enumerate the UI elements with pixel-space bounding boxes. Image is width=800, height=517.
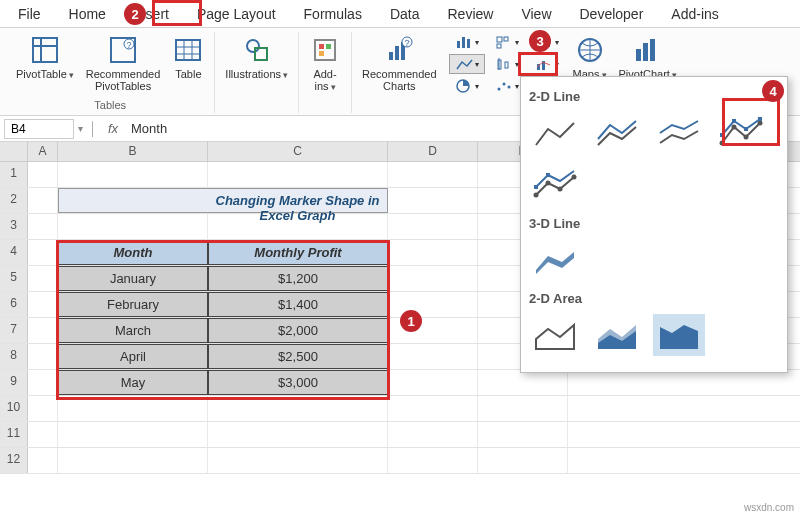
area-chart-option[interactable] — [529, 314, 581, 356]
pie-chart-button[interactable]: ▾ — [449, 76, 485, 96]
svg-point-33 — [502, 83, 505, 86]
group-addins: Add- ins — [299, 32, 352, 113]
th-month[interactable]: Month — [58, 240, 208, 265]
svg-rect-17 — [389, 52, 393, 60]
rowhdr-10[interactable]: 10 — [0, 396, 28, 421]
svg-rect-28 — [497, 44, 501, 48]
svg-rect-37 — [547, 41, 550, 47]
svg-text:?: ? — [405, 38, 410, 48]
svg-rect-31 — [505, 62, 508, 68]
tab-developer[interactable]: Developer — [566, 1, 658, 27]
table-icon — [172, 34, 204, 66]
colhdr-C[interactable]: C — [208, 142, 388, 161]
3d-line-chart-option[interactable] — [529, 239, 581, 281]
illustrations-button[interactable]: Illustrations — [221, 32, 292, 99]
column-chart-button[interactable]: ▾ — [449, 32, 485, 52]
svg-point-34 — [507, 86, 510, 89]
rowhdr-2[interactable]: 2 — [0, 188, 28, 213]
rowhdr-1[interactable]: 1 — [0, 162, 28, 187]
table-row[interactable]: January — [58, 266, 208, 291]
stacked-area-chart-option[interactable] — [591, 314, 643, 356]
waterfall-chart-button[interactable]: ▾ — [529, 32, 565, 52]
rowhdr-5[interactable]: 5 — [0, 266, 28, 291]
rowhdr-9[interactable]: 9 — [0, 370, 28, 395]
svg-rect-24 — [467, 39, 470, 48]
shapes-icon — [241, 34, 273, 66]
recommended-pivottables-button[interactable]: ? Recommended PivotTables — [82, 32, 165, 99]
rowhdr-6[interactable]: 6 — [0, 292, 28, 317]
100-stacked-area-chart-option[interactable] — [653, 314, 705, 356]
insert-line-chart-dropdown: 2-D Line 3-D Line 2-D Area — [520, 76, 788, 373]
tab-view[interactable]: View — [507, 1, 565, 27]
svg-rect-27 — [504, 37, 508, 41]
group-tables: PivotTable ? Recommended PivotTables Tab… — [6, 32, 215, 113]
line-with-markers-option[interactable] — [715, 112, 767, 154]
title-cell-2[interactable]: Changing Marker Shape in Excel Graph — [208, 188, 388, 213]
recommended-charts-icon: ? — [383, 34, 415, 66]
table-row[interactable]: $1,200 — [208, 266, 388, 291]
rowhdr-4[interactable]: 4 — [0, 240, 28, 265]
stacked-line-chart-option[interactable] — [591, 112, 643, 154]
table-row[interactable]: $2,500 — [208, 344, 388, 369]
tab-review[interactable]: Review — [434, 1, 508, 27]
svg-rect-23 — [462, 37, 465, 48]
100-stacked-line-chart-option[interactable] — [653, 112, 705, 154]
line-chart-option[interactable] — [529, 112, 581, 154]
svg-rect-15 — [326, 44, 331, 49]
name-box[interactable] — [4, 119, 74, 139]
table-row[interactable]: March — [58, 318, 208, 343]
tab-formulas[interactable]: Formulas — [290, 1, 376, 27]
rowhdr-11[interactable]: 11 — [0, 422, 28, 447]
addins-button[interactable]: Add- ins — [305, 32, 345, 99]
colhdr-D[interactable]: D — [388, 142, 478, 161]
scatter-icon — [495, 79, 515, 93]
tab-page-layout[interactable]: Page Layout — [183, 1, 290, 27]
svg-rect-50 — [744, 127, 748, 131]
tab-insert[interactable]: Insert — [120, 1, 183, 27]
select-all-corner[interactable] — [0, 142, 28, 161]
table-button[interactable]: Table — [168, 32, 208, 99]
table-row[interactable]: February — [58, 292, 208, 317]
tab-home[interactable]: Home — [55, 1, 120, 27]
svg-text:?: ? — [127, 40, 132, 50]
title-cell[interactable] — [58, 188, 208, 213]
recommended-pivottables-icon: ? — [107, 34, 139, 66]
svg-point-46 — [744, 135, 749, 140]
statistic-chart-button[interactable]: ▾ — [489, 54, 525, 74]
tab-data[interactable]: Data — [376, 1, 434, 27]
addins-icon — [309, 34, 341, 66]
rowhdr-12[interactable]: 12 — [0, 448, 28, 473]
rowhdr-3[interactable]: 3 — [0, 214, 28, 239]
pie-chart-icon — [455, 79, 475, 93]
rowhdr-8[interactable]: 8 — [0, 344, 28, 369]
hierarchy-chart-button[interactable]: ▾ — [489, 32, 525, 52]
pivottable-button[interactable]: PivotTable — [12, 32, 78, 99]
table-row[interactable]: May — [58, 370, 208, 395]
tab-addins[interactable]: Add-ins — [657, 1, 732, 27]
th-profit[interactable]: Monthly Profit — [208, 240, 388, 265]
svg-rect-35 — [537, 39, 540, 47]
fx-icon[interactable]: fx — [103, 121, 123, 136]
pivottable-icon — [29, 34, 61, 66]
rowhdr-7[interactable]: 7 — [0, 318, 28, 343]
colhdr-A[interactable]: A — [28, 142, 58, 161]
table-row[interactable]: $2,000 — [208, 318, 388, 343]
group-illustrations: Illustrations — [215, 32, 299, 113]
line-chart-icon — [455, 57, 475, 71]
colhdr-B[interactable]: B — [58, 142, 208, 161]
recommended-charts-button[interactable]: ? Recommended Charts — [358, 32, 441, 99]
svg-point-11 — [247, 40, 259, 52]
svg-point-53 — [546, 181, 551, 186]
table-row[interactable]: $1,400 — [208, 292, 388, 317]
stacked-line-markers-option[interactable] — [529, 164, 581, 206]
tab-file[interactable]: File — [4, 1, 55, 27]
svg-rect-18 — [395, 46, 399, 60]
svg-point-55 — [572, 175, 577, 180]
table-row[interactable]: April — [58, 344, 208, 369]
svg-rect-0 — [33, 38, 57, 62]
table-row[interactable]: $3,000 — [208, 370, 388, 395]
combo-chart-button[interactable]: ▾ — [529, 54, 565, 74]
svg-point-32 — [497, 88, 500, 91]
statistic-icon — [495, 57, 515, 71]
line-chart-button[interactable]: ▾ — [449, 54, 485, 74]
